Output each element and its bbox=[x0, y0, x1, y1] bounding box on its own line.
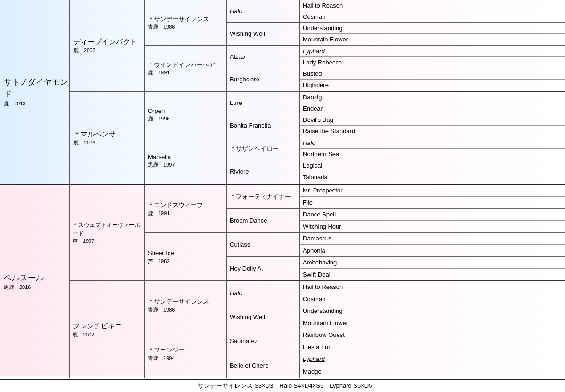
bottom-gen5-14-name: Fiesta Fun bbox=[303, 343, 565, 352]
bottom-gen5-5: Damascus bbox=[300, 233, 565, 245]
top-gen3-3: Orpen 鹿 1996 bbox=[145, 92, 227, 137]
bottom-gen2-bottom: フレンチビキニ 鹿 2002 bbox=[70, 281, 145, 378]
top-gen5-12: Raise the Standard bbox=[300, 126, 565, 137]
bottom-gen5-7-name: Ambehaving bbox=[303, 258, 565, 267]
bottom-gen4-3-name: Cutlass bbox=[230, 240, 299, 249]
bottom-gen5-8: Swift Deal bbox=[300, 269, 565, 281]
top-gen5-1-name: Hail to Reason bbox=[303, 1, 565, 10]
bottom-gen5-3-name: Dance Spell bbox=[303, 210, 565, 219]
bottom-gen2-top-name: ＊スウェプトオーヴァーボード bbox=[73, 221, 144, 238]
bottom-gen3-4-name: ＊フェンジー bbox=[148, 345, 226, 355]
top-gen5-3-name: Understanding bbox=[303, 24, 565, 33]
bottom-gen4-7-name: Saumarez bbox=[230, 336, 299, 346]
pedigree-wrap: サトノダイヤモンド 鹿 2013 ディープインパクト 鹿 2002 ＊マルペンサ… bbox=[0, 0, 565, 379]
top-gen1-name: サトノダイヤモンド bbox=[4, 76, 69, 100]
bottom-gen1-sub: 黒鹿 2016 bbox=[4, 284, 69, 291]
top-gen5-11-name: Devil's Bag bbox=[303, 115, 565, 125]
top-gen5-5: Lyphard bbox=[300, 46, 565, 57]
top-gen4-4: Burghclere bbox=[227, 68, 300, 92]
top-gen3-4-sub: 黒鹿 1997 bbox=[148, 161, 226, 168]
bottom-gen5-4-name: Witching Hour bbox=[303, 222, 565, 232]
bottom-gen3-1: ＊エンドスウィープ 鹿 1991 bbox=[145, 185, 227, 233]
bottom-gen4-6: Wishing Well bbox=[227, 305, 300, 329]
bottom-gen5-15-name: Lyphard bbox=[303, 354, 565, 364]
top-gen5-1: Hail to Reason bbox=[300, 0, 565, 11]
bottom-gen4-2: Broom Dance bbox=[227, 209, 300, 233]
bottom-gen4-1: ＊フォーティナイナー bbox=[227, 185, 300, 209]
top-gen5-14: Northern Sea bbox=[300, 149, 565, 160]
top-gen2-top-name: ディープインパクト bbox=[73, 37, 144, 48]
top-gen5-13: Halo bbox=[300, 137, 565, 149]
bottom-gen4-4: Hey Dolly A. bbox=[227, 257, 300, 281]
bottom-gen5-11-name: Understanding bbox=[303, 306, 565, 316]
bottom-gen1: ベルスール 黒鹿 2016 bbox=[0, 185, 70, 378]
top-gen4-2-name: Wishing Well bbox=[230, 29, 299, 39]
top-gen5-16-name: Talonada bbox=[303, 173, 565, 182]
bottom-gen5-8-name: Swift Deal bbox=[303, 270, 565, 280]
top-gen4-5: Lure bbox=[227, 92, 300, 114]
top-gen3-2-name: ＊ウインドインハーヘア bbox=[148, 60, 226, 70]
bottom-gen5-10: Cosmah bbox=[300, 293, 565, 305]
bottom-gen2-top: ＊スウェプトオーヴァーボード 芦 1997 bbox=[70, 185, 145, 281]
top-gen5-10: Endear bbox=[300, 103, 565, 114]
bottom-gen5-9: Hail to Reason bbox=[300, 281, 565, 293]
bottom-gen2-bottom-name: フレンチビキニ bbox=[73, 321, 144, 332]
bottom-gen3-3-sub: 青鹿 1986 bbox=[148, 306, 226, 313]
bottom-gen5-3: Dance Spell bbox=[300, 209, 565, 221]
top-gen5-5-name: Lyphard bbox=[303, 47, 565, 56]
top-gen2-top-sub: 鹿 2002 bbox=[73, 47, 144, 54]
top-gen2-bottom-name: ＊マルペンサ bbox=[73, 129, 144, 140]
bottom-gen3-1-sub: 鹿 1991 bbox=[148, 210, 226, 217]
bottom-gen4-7: Saumarez bbox=[227, 329, 300, 353]
top-gen5-8: Highclere bbox=[300, 80, 565, 92]
top-gen5-6-name: Lady Rebecca bbox=[303, 58, 565, 67]
top-gen3-4-name: Marsella bbox=[148, 152, 226, 162]
bottom-gen5-6: Aphonia bbox=[300, 245, 565, 257]
top-gen4-1: Halo bbox=[227, 0, 300, 23]
bottom-gen3-2-sub: 芦 1982 bbox=[148, 258, 226, 265]
top-gen4-2: Wishing Well bbox=[227, 23, 300, 46]
top-gen5-6: Lady Rebecca bbox=[300, 57, 565, 68]
footer-text: サンデーサイレンス S3×D3 Halo S4×D4×S5 Lyphard S5… bbox=[198, 382, 372, 390]
bottom-gen5-13: Rainbow Quest bbox=[300, 329, 565, 341]
top-gen1: サトノダイヤモンド 鹿 2013 bbox=[0, 0, 70, 184]
bottom-gen3-4: ＊フェンジー 青鹿 1994 bbox=[145, 329, 227, 378]
bottom-gen5-9-name: Hail to Reason bbox=[303, 282, 565, 292]
top-gen5-15-name: Logical bbox=[303, 161, 565, 170]
bottom-gen3-3-name: ＊サンデーサイレンス bbox=[148, 297, 226, 306]
bottom-gen5-11: Understanding bbox=[300, 305, 565, 317]
top-gen4-4-name: Burghclere bbox=[230, 75, 299, 84]
top-gen4-7-name: ＊サザンヘイロー bbox=[230, 144, 299, 153]
bottom-gen5-16-name: Madge bbox=[303, 367, 565, 376]
bottom-gen3-2: Sheer Ice 芦 1982 bbox=[145, 233, 227, 281]
bottom-gen5-1-name: Mr. Prospector bbox=[303, 186, 565, 195]
bottom-gen4-3: Cutlass bbox=[227, 233, 300, 257]
top-gen5-15: Logical bbox=[300, 160, 565, 171]
top-gen4-8: Riviere bbox=[227, 160, 300, 184]
bottom-gen5-13-name: Rainbow Quest bbox=[303, 330, 565, 340]
top-gen5-14-name: Northern Sea bbox=[303, 150, 565, 159]
top-gen2-bottom: ＊マルペンサ 鹿 2006 bbox=[70, 92, 145, 184]
footer: サンデーサイレンス S3×D3 Halo S4×D4×S5 Lyphard S5… bbox=[0, 379, 565, 392]
top-gen3-2-sub: 鹿 1991 bbox=[148, 69, 226, 76]
bottom-gen1-name: ベルスール bbox=[4, 272, 69, 284]
top-gen5-11: Devil's Bag bbox=[300, 114, 565, 126]
bottom-gen5-2-name: File bbox=[303, 198, 565, 208]
top-gen4-1-name: Halo bbox=[230, 7, 299, 16]
top-gen4-7: ＊サザンヘイロー bbox=[227, 137, 300, 160]
bottom-gen5-6-name: Aphonia bbox=[303, 246, 565, 256]
bottom-gen3-1-name: ＊エンドスウィープ bbox=[148, 200, 226, 210]
top-gen2-top: ディープインパクト 鹿 2002 bbox=[70, 0, 145, 92]
top-gen3-1-name: ＊サンデーサイレンス bbox=[148, 15, 226, 24]
bottom-gen5-1: Mr. Prospector bbox=[300, 185, 565, 197]
top-gen5-13-name: Halo bbox=[303, 138, 565, 148]
bottom-gen4-5: Halo bbox=[227, 281, 300, 305]
bottom-gen4-1-name: ＊フォーティナイナー bbox=[230, 192, 299, 201]
top-gen4-3-name: Alzao bbox=[230, 52, 299, 62]
top-gen5-12-name: Raise the Standard bbox=[303, 127, 565, 136]
top-gen5-7: Busted bbox=[300, 68, 565, 80]
bottom-gen5-5-name: Damascus bbox=[303, 234, 565, 243]
bottom-gen5-2: File bbox=[300, 197, 565, 209]
top-gen5-8-name: Highclere bbox=[303, 80, 565, 90]
bottom-gen4-6-name: Wishing Well bbox=[230, 312, 299, 322]
